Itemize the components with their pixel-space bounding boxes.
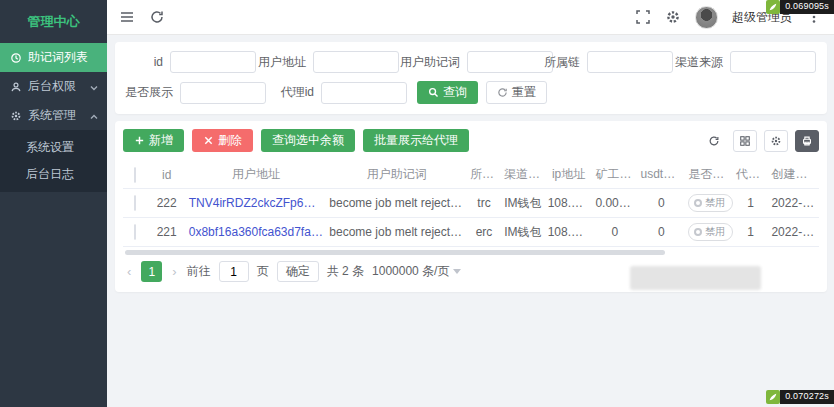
refresh-table-button[interactable] xyxy=(702,130,726,152)
table-settings-button[interactable] xyxy=(764,130,788,152)
sort-caret-icon[interactable] xyxy=(634,170,637,179)
perf-badge-top: 0.069095s xyxy=(766,0,834,14)
display-input[interactable] xyxy=(180,82,266,104)
chain-input[interactable] xyxy=(587,51,673,73)
table-tools xyxy=(702,130,819,152)
perf-time: 0.070272s xyxy=(780,390,834,404)
goto-label: 前往 xyxy=(187,263,211,280)
app-title: 管理中心 xyxy=(0,0,107,43)
filter-label: 代理id xyxy=(267,84,321,101)
sidebar-submenu: 系统设置 后台日志 xyxy=(0,130,107,192)
page-unit-label: 页 xyxy=(257,263,269,280)
hamburger-icon[interactable] xyxy=(119,9,135,25)
sidebar-nav: 助记词列表 后台权限 系统管理 系统设置 后台日志 xyxy=(0,43,107,192)
sidebar-item-admin-permissions[interactable]: 后台权限 xyxy=(0,72,107,101)
filter-label: 用户地址 xyxy=(258,54,313,71)
filter-label: 所属链 xyxy=(542,54,587,71)
cell-agent-id: 1 xyxy=(733,218,768,247)
export-button[interactable] xyxy=(795,130,819,152)
delete-button[interactable]: 删除 xyxy=(192,129,253,152)
prev-page-button[interactable]: ‹ xyxy=(125,264,133,279)
cell-channel: IM钱包 xyxy=(501,218,545,247)
perf-badge-bottom: 0.070272s xyxy=(766,390,834,404)
sidebar-item-label: 助记词列表 xyxy=(28,49,99,66)
col-created-at: 创建时间 xyxy=(768,161,819,189)
table-row: 221 0x8bf16a360fca63d7fa6e8883283d74ebc4… xyxy=(123,218,819,247)
chevron-down-icon xyxy=(453,269,461,274)
display-status-toggle[interactable]: 禁用 xyxy=(688,194,733,212)
col-id[interactable]: id xyxy=(148,161,186,189)
row-checkbox[interactable] xyxy=(134,224,136,240)
filter-panel: id 用户地址 用户助记词 所属链 渠道来源 xyxy=(115,42,827,114)
fullscreen-icon[interactable] xyxy=(635,9,651,25)
avatar[interactable] xyxy=(695,6,718,29)
horizontal-scrollbar-track xyxy=(125,250,817,255)
col-usdt-balance[interactable]: usdt余额 xyxy=(637,161,685,189)
filter-buttons: 查询 重置 xyxy=(417,81,547,104)
cell-ip: 108.162... xyxy=(545,218,593,247)
gear-icon[interactable] xyxy=(665,9,681,25)
plus-icon xyxy=(134,135,145,146)
cell-chain: trc xyxy=(467,189,501,218)
filter-item-mnemonic: 用户助记词 xyxy=(400,51,540,73)
grid-icon xyxy=(739,135,751,147)
sidebar-item-admin-logs[interactable]: 后台日志 xyxy=(0,161,107,188)
page-size-select[interactable]: 1000000 条/页 xyxy=(372,263,461,280)
cell-id: 221 xyxy=(148,218,186,247)
filter-item-agent-id: 代理id xyxy=(267,82,407,104)
sidebar-item-mnemonic-list[interactable]: 助记词列表 xyxy=(0,43,107,72)
table-row: 222 TNV4irRDZ2ckcZFp6D6371XzkPFb37nJ2s b… xyxy=(123,189,819,218)
col-agent-id[interactable]: 代理id xyxy=(733,161,768,189)
id-input[interactable] xyxy=(170,51,256,73)
batch-show-agent-button[interactable]: 批量展示给代理 xyxy=(363,129,469,152)
chevron-down-icon xyxy=(89,82,99,92)
close-icon xyxy=(203,135,214,146)
gear-icon xyxy=(770,135,782,147)
status-dot-icon xyxy=(694,228,702,236)
cell-channel: IM钱包 xyxy=(501,189,545,218)
display-status-toggle[interactable]: 禁用 xyxy=(688,223,733,241)
channel-input[interactable] xyxy=(730,51,816,73)
search-icon xyxy=(428,87,439,98)
col-chain: 所属链 xyxy=(467,161,501,189)
leaf-icon xyxy=(766,390,780,404)
perf-time: 0.069095s xyxy=(780,0,834,14)
column-settings-button[interactable] xyxy=(733,130,757,152)
horizontal-scrollbar[interactable] xyxy=(125,250,665,255)
confirm-button[interactable]: 确定 xyxy=(277,261,319,282)
next-page-button[interactable]: › xyxy=(170,264,178,279)
cell-ip: 108.162... xyxy=(545,189,593,218)
goto-page-input[interactable] xyxy=(219,261,249,282)
filter-item-chain: 所属链 xyxy=(542,51,673,73)
filter-item-address: 用户地址 xyxy=(258,51,398,73)
cell-address-link[interactable]: 0x8bf16a360fca63d7fa6e8883283d74ebc44af3… xyxy=(186,218,327,247)
clock-icon xyxy=(10,52,22,64)
current-page[interactable]: 1 xyxy=(141,261,162,282)
refresh-icon[interactable] xyxy=(149,9,165,25)
content: id 用户地址 用户助记词 所属链 渠道来源 xyxy=(107,35,834,407)
address-input[interactable] xyxy=(313,51,399,73)
sidebar-item-system-management[interactable]: 系统管理 xyxy=(0,101,107,130)
add-button[interactable]: 新增 xyxy=(123,129,184,152)
col-fee[interactable]: 矿工费 xyxy=(592,161,637,189)
col-address: 用户地址 xyxy=(186,161,327,189)
user-icon xyxy=(10,81,22,93)
cell-usdt-balance: 0 xyxy=(637,218,685,247)
row-checkbox[interactable] xyxy=(134,195,136,211)
filter-item-id: id xyxy=(125,51,256,73)
refresh-icon xyxy=(708,135,720,147)
mnemonic-input[interactable] xyxy=(467,51,553,73)
search-button[interactable]: 查询 xyxy=(417,81,478,104)
query-selected-balance-button[interactable]: 查询选中余额 xyxy=(261,129,355,152)
cell-fee: 0 xyxy=(592,218,637,247)
col-channel: 渠道来源 xyxy=(501,161,545,189)
status-dot-icon xyxy=(694,199,702,207)
filter-label: 是否展示 xyxy=(125,84,180,101)
reset-button[interactable]: 重置 xyxy=(486,81,547,104)
sidebar-item-system-settings[interactable]: 系统设置 xyxy=(0,134,107,161)
agent-id-input[interactable] xyxy=(321,82,407,104)
col-display: 是否展示 xyxy=(685,161,733,189)
select-all-checkbox[interactable] xyxy=(134,167,136,183)
cell-chain: erc xyxy=(467,218,501,247)
cell-address-link[interactable]: TNV4irRDZ2ckcZFp6D6371XzkPFb37nJ2s xyxy=(186,189,327,218)
